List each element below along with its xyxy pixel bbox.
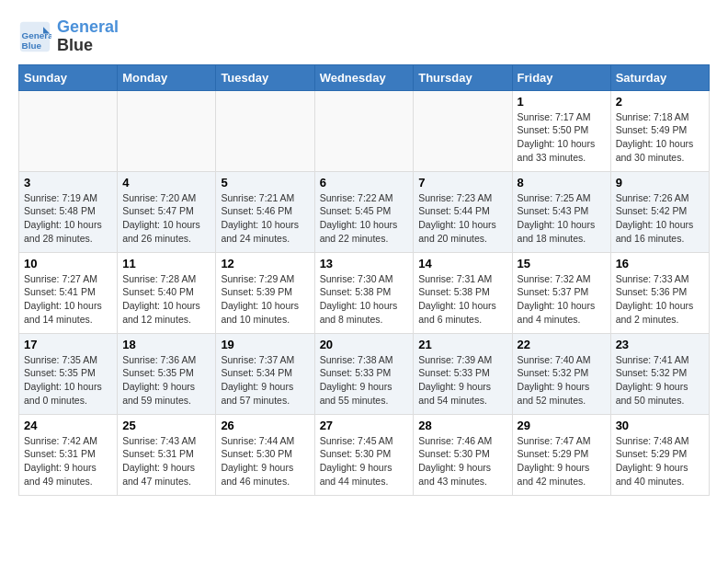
day-info: Sunrise: 7:38 AM Sunset: 5:33 PM Dayligh… [320,353,409,408]
day-info: Sunrise: 7:40 AM Sunset: 5:32 PM Dayligh… [518,353,606,408]
day-info: Sunrise: 7:43 AM Sunset: 5:31 PM Dayligh… [122,434,210,488]
day-info: Sunrise: 7:32 AM Sunset: 5:37 PM Dayligh… [518,272,606,327]
day-info: Sunrise: 7:35 AM Sunset: 5:35 PM Dayligh… [24,353,112,408]
day-info: Sunrise: 7:27 AM Sunset: 5:41 PM Dayligh… [24,272,112,327]
empty-cell [19,90,118,171]
day-number: 4 [122,176,210,190]
empty-cell [118,90,216,171]
day-info: Sunrise: 7:21 AM Sunset: 5:46 PM Dayligh… [221,191,309,246]
day-info: Sunrise: 7:42 AM Sunset: 5:31 PM Dayligh… [24,434,112,488]
day-cell-24: 24Sunrise: 7:42 AM Sunset: 5:31 PM Dayli… [19,414,118,495]
day-number: 17 [24,338,112,351]
day-number: 21 [418,338,506,351]
day-number: 1 [518,95,606,109]
day-number: 26 [221,419,309,432]
day-cell-19: 19Sunrise: 7:37 AM Sunset: 5:34 PM Dayli… [216,333,314,414]
day-cell-9: 9Sunrise: 7:26 AM Sunset: 5:42 PM Daylig… [610,171,709,252]
day-info: Sunrise: 7:37 AM Sunset: 5:34 PM Dayligh… [221,353,309,408]
weekday-header-tuesday: Tuesday [216,64,314,90]
logo-icon: General Blue [18,20,51,53]
day-info: Sunrise: 7:44 AM Sunset: 5:30 PM Dayligh… [221,434,309,488]
day-number: 27 [320,419,409,432]
day-cell-1: 1Sunrise: 7:17 AM Sunset: 5:50 PM Daylig… [512,90,610,171]
day-info: Sunrise: 7:47 AM Sunset: 5:29 PM Dayligh… [518,434,606,488]
day-number: 10 [24,257,112,270]
day-cell-10: 10Sunrise: 7:27 AM Sunset: 5:41 PM Dayli… [19,252,118,333]
day-info: Sunrise: 7:23 AM Sunset: 5:44 PM Dayligh… [418,191,506,246]
day-number: 20 [320,338,409,351]
day-info: Sunrise: 7:31 AM Sunset: 5:38 PM Dayligh… [418,272,506,327]
day-cell-20: 20Sunrise: 7:38 AM Sunset: 5:33 PM Dayli… [314,333,414,414]
day-number: 11 [122,257,210,270]
day-number: 29 [518,419,606,432]
day-info: Sunrise: 7:25 AM Sunset: 5:43 PM Dayligh… [518,191,606,246]
day-cell-5: 5Sunrise: 7:21 AM Sunset: 5:46 PM Daylig… [216,171,314,252]
day-info: Sunrise: 7:48 AM Sunset: 5:29 PM Dayligh… [616,434,704,488]
day-cell-26: 26Sunrise: 7:44 AM Sunset: 5:30 PM Dayli… [216,414,314,495]
day-cell-3: 3Sunrise: 7:19 AM Sunset: 5:48 PM Daylig… [19,171,118,252]
day-info: Sunrise: 7:39 AM Sunset: 5:33 PM Dayligh… [418,353,506,408]
calendar-body: 1Sunrise: 7:17 AM Sunset: 5:50 PM Daylig… [19,90,710,495]
day-cell-22: 22Sunrise: 7:40 AM Sunset: 5:32 PM Dayli… [512,333,610,414]
day-number: 28 [418,419,506,432]
day-number: 24 [24,419,112,432]
calendar-table: SundayMondayTuesdayWednesdayThursdayFrid… [18,64,710,496]
week-row-1: 3Sunrise: 7:19 AM Sunset: 5:48 PM Daylig… [19,171,710,252]
day-number: 13 [320,257,409,270]
day-info: Sunrise: 7:29 AM Sunset: 5:39 PM Dayligh… [221,272,309,327]
day-number: 15 [518,257,606,270]
day-info: Sunrise: 7:18 AM Sunset: 5:49 PM Dayligh… [616,110,704,165]
day-info: Sunrise: 7:22 AM Sunset: 5:45 PM Dayligh… [320,191,409,246]
day-number: 22 [518,338,606,351]
logo-text: GeneralBlue [57,18,119,55]
day-number: 2 [616,95,704,109]
day-number: 16 [616,257,704,270]
day-number: 18 [122,338,210,351]
day-cell-28: 28Sunrise: 7:46 AM Sunset: 5:30 PM Dayli… [414,414,512,495]
day-cell-11: 11Sunrise: 7:28 AM Sunset: 5:40 PM Dayli… [118,252,216,333]
day-cell-30: 30Sunrise: 7:48 AM Sunset: 5:29 PM Dayli… [610,414,709,495]
page-header: General Blue GeneralBlue [18,18,710,55]
day-cell-29: 29Sunrise: 7:47 AM Sunset: 5:29 PM Dayli… [512,414,610,495]
weekday-header-row: SundayMondayTuesdayWednesdayThursdayFrid… [19,64,710,90]
day-cell-23: 23Sunrise: 7:41 AM Sunset: 5:32 PM Dayli… [610,333,709,414]
day-info: Sunrise: 7:19 AM Sunset: 5:48 PM Dayligh… [24,191,112,246]
empty-cell [314,90,414,171]
day-number: 7 [418,176,506,190]
day-info: Sunrise: 7:28 AM Sunset: 5:40 PM Dayligh… [122,272,210,327]
day-cell-18: 18Sunrise: 7:36 AM Sunset: 5:35 PM Dayli… [118,333,216,414]
day-number: 6 [320,176,409,190]
day-info: Sunrise: 7:45 AM Sunset: 5:30 PM Dayligh… [320,434,409,488]
day-cell-27: 27Sunrise: 7:45 AM Sunset: 5:30 PM Dayli… [314,414,414,495]
weekday-header-thursday: Thursday [414,64,512,90]
day-cell-25: 25Sunrise: 7:43 AM Sunset: 5:31 PM Dayli… [118,414,216,495]
day-number: 8 [518,176,606,190]
day-info: Sunrise: 7:26 AM Sunset: 5:42 PM Dayligh… [616,191,704,246]
day-number: 12 [221,257,309,270]
day-number: 3 [24,176,112,190]
svg-text:Blue: Blue [22,40,42,50]
day-cell-8: 8Sunrise: 7:25 AM Sunset: 5:43 PM Daylig… [512,171,610,252]
day-cell-2: 2Sunrise: 7:18 AM Sunset: 5:49 PM Daylig… [610,90,709,171]
day-number: 5 [221,176,309,190]
day-info: Sunrise: 7:41 AM Sunset: 5:32 PM Dayligh… [616,353,704,408]
day-cell-12: 12Sunrise: 7:29 AM Sunset: 5:39 PM Dayli… [216,252,314,333]
day-info: Sunrise: 7:17 AM Sunset: 5:50 PM Dayligh… [518,110,606,165]
day-number: 30 [616,419,704,432]
day-info: Sunrise: 7:30 AM Sunset: 5:38 PM Dayligh… [320,272,409,327]
day-cell-6: 6Sunrise: 7:22 AM Sunset: 5:45 PM Daylig… [314,171,414,252]
day-cell-21: 21Sunrise: 7:39 AM Sunset: 5:33 PM Dayli… [414,333,512,414]
empty-cell [414,90,512,171]
week-row-2: 10Sunrise: 7:27 AM Sunset: 5:41 PM Dayli… [19,252,710,333]
day-number: 23 [616,338,704,351]
day-cell-13: 13Sunrise: 7:30 AM Sunset: 5:38 PM Dayli… [314,252,414,333]
weekday-header-wednesday: Wednesday [314,64,414,90]
day-cell-7: 7Sunrise: 7:23 AM Sunset: 5:44 PM Daylig… [414,171,512,252]
logo: General Blue GeneralBlue [18,18,119,55]
week-row-3: 17Sunrise: 7:35 AM Sunset: 5:35 PM Dayli… [19,333,710,414]
day-cell-16: 16Sunrise: 7:33 AM Sunset: 5:36 PM Dayli… [610,252,709,333]
weekday-header-monday: Monday [118,64,216,90]
day-number: 9 [616,176,704,190]
day-number: 14 [418,257,506,270]
day-info: Sunrise: 7:36 AM Sunset: 5:35 PM Dayligh… [122,353,210,408]
